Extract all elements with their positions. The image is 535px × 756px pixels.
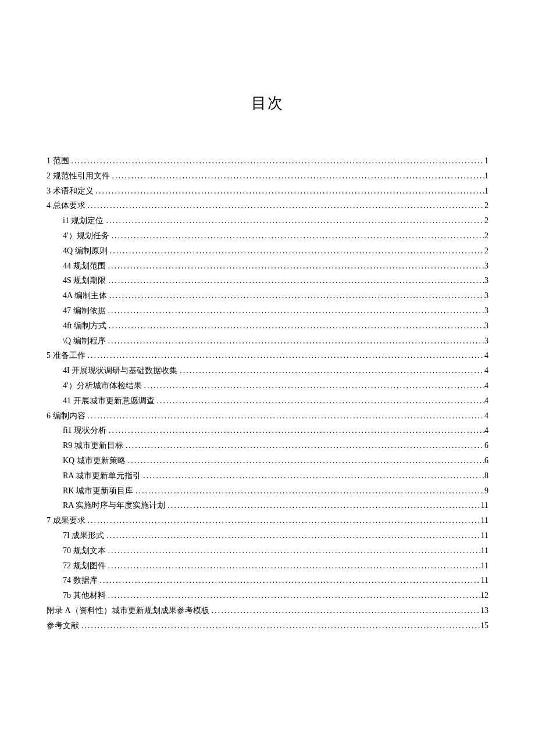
toc-leader-dots — [94, 184, 485, 198]
toc-entry-page: 11 — [481, 514, 488, 528]
toc-leader-dots — [142, 379, 484, 393]
toc-entry-page: 11 — [481, 499, 488, 513]
toc-leader-dots — [110, 169, 485, 183]
toc-leader-dots — [106, 589, 481, 603]
toc-entry-label: 5 准备工作 — [47, 349, 85, 363]
toc-entry-page: 11 — [481, 529, 488, 543]
toc-entry: 72 规划图件11 — [63, 559, 488, 573]
toc-entry: 1 范围1 — [47, 154, 488, 168]
toc-entry: 47 编制依据3 — [63, 304, 488, 318]
toc-entry-page: 8 — [484, 469, 488, 483]
toc-entry-page: 4 — [484, 349, 488, 363]
toc-entry-label: R9 城市更新目标 — [63, 439, 123, 453]
toc-entry-label: 72 规划图件 — [63, 559, 106, 573]
toc-entry: 6 编制内容4 — [47, 409, 488, 423]
toc-entry-page: 3 — [484, 319, 488, 333]
toc-entry: RA 实施时序与年度实施计划11 — [63, 499, 488, 513]
toc-entry-label: 4Q 编制原则 — [63, 244, 108, 258]
toc-entry-page: 2 — [484, 244, 488, 258]
toc-entry: 4Q 编制原则2 — [63, 244, 488, 258]
toc-entry-label: 4 总体要求 — [47, 199, 85, 213]
toc-leader-dots — [106, 274, 484, 288]
toc-entry-page: 12 — [480, 589, 488, 603]
toc-leader-dots — [85, 349, 485, 363]
toc-entry-label: 41 开展城市更新意愿调查 — [63, 394, 155, 408]
toc-leader-dots — [106, 544, 481, 558]
toc-entry-page: 6 — [484, 439, 488, 453]
toc-leader-dots — [69, 154, 485, 168]
toc-entry-label: RA 城市更新单元指引 — [63, 469, 141, 483]
toc-leader-dots — [108, 244, 484, 258]
toc-entry-page: 4 — [484, 424, 488, 438]
toc-entry: 41 开展城市更新意愿调查4 — [63, 394, 488, 408]
toc-entry-page: 2 — [484, 199, 488, 213]
toc-entry-label: 7 成果要求 — [47, 514, 85, 528]
toc-leader-dots — [79, 619, 480, 633]
toc-entry-label: 3 术语和定义 — [47, 184, 94, 198]
toc-leader-dots — [106, 559, 481, 573]
toc-entry: i1 规划定位2 — [63, 214, 488, 228]
toc-entry: 3 术语和定义1 — [47, 184, 488, 198]
toc-entry-page: 1 — [484, 184, 488, 198]
toc-entry-label: 47 编制依据 — [63, 304, 106, 318]
toc-entry: 7b 其他材料12 — [63, 589, 488, 603]
toc-entry-page: 4 — [484, 364, 488, 378]
toc-entry: 4A 编制主体3 — [63, 289, 488, 303]
toc-leader-dots — [85, 199, 485, 213]
toc-entry: KQ 城市更新策略6 — [63, 454, 488, 468]
toc-entry-label: 74 数据库 — [63, 574, 98, 587]
toc-leader-dots — [98, 574, 481, 587]
toc-entry: RK 城市更新项目库9 — [63, 484, 488, 498]
toc-entry-label: 4S 规划期限 — [63, 274, 106, 288]
toc-entry-label: 6 编制内容 — [47, 409, 85, 423]
toc-leader-dots — [141, 469, 484, 483]
toc-leader-dots — [177, 364, 484, 378]
toc-leader-dots — [165, 499, 480, 513]
toc-entry: fi1 现状分析4 — [63, 424, 488, 438]
toc-entry: 4I 开展现状调研与基础数据收集4 — [63, 364, 488, 378]
toc-entry-page: 4 — [484, 409, 488, 423]
toc-entry-label: fi1 现状分析 — [63, 424, 106, 438]
toc-entry-page: 15 — [480, 619, 488, 633]
toc-entry-label: RA 实施时序与年度实施计划 — [63, 499, 165, 513]
toc-entry: 参考文献15 — [47, 619, 488, 633]
toc-entry: 附录 A（资料性）城市更新规划成果参考模板13 — [47, 604, 488, 618]
toc-entry-label: 4I 开展现状调研与基础数据收集 — [63, 364, 177, 378]
toc-leader-dots — [106, 259, 485, 273]
toc-entry-page: 6 — [484, 454, 488, 468]
toc-entry-label: KQ 城市更新策略 — [63, 454, 126, 468]
toc-entry: 4ft 编制方式3 — [63, 319, 488, 333]
toc-entry-label: 4A 编制主体 — [63, 289, 107, 303]
toc-entry: 7 成果要求11 — [47, 514, 488, 528]
toc-entry: 44 规划范围3 — [63, 259, 488, 273]
toc-entry-label: RK 城市更新项目库 — [63, 484, 133, 498]
toc-entry-page: 11 — [481, 544, 488, 558]
toc-entry-label: 44 规划范围 — [63, 259, 106, 273]
toc-entry-label: 70 规划文本 — [63, 544, 106, 558]
toc-entry-page: 2 — [484, 229, 488, 243]
toc-leader-dots — [109, 229, 484, 243]
toc-leader-dots — [209, 604, 480, 618]
toc-entry: 70 规划文本11 — [63, 544, 488, 558]
toc-entry-page: 3 — [484, 259, 488, 273]
toc-entry-label: 4ft 编制方式 — [63, 319, 106, 333]
toc-entry-page: 13 — [480, 604, 488, 618]
toc-entry-label: \Q 编制程序 — [63, 334, 106, 348]
toc-entry-page: 11 — [481, 574, 488, 587]
toc-leader-dots — [133, 484, 484, 498]
table-of-contents: 1 范围12 规范性引用文件13 术语和定义14 总体要求2i1 规划定位24'… — [47, 154, 488, 633]
toc-leader-dots — [104, 529, 480, 543]
toc-entry-label: 2 规范性引用文件 — [47, 169, 110, 183]
toc-entry-page: 3 — [484, 334, 488, 348]
toc-entry: 74 数据库11 — [63, 574, 488, 587]
toc-leader-dots — [106, 424, 484, 438]
toc-entry: 2 规范性引用文件1 — [47, 169, 488, 183]
toc-entry: 4S 规划期限3 — [63, 274, 488, 288]
toc-entry: 4'）分析城市体检结果4 — [63, 379, 488, 393]
toc-entry: RA 城市更新单元指引8 — [63, 469, 488, 483]
toc-entry-label: 附录 A（资料性）城市更新规划成果参考模板 — [47, 604, 209, 618]
toc-entry-label: 4'）分析城市体检结果 — [63, 379, 142, 393]
toc-entry: \Q 编制程序3 — [63, 334, 488, 348]
toc-leader-dots — [123, 439, 484, 453]
toc-leader-dots — [104, 214, 484, 228]
